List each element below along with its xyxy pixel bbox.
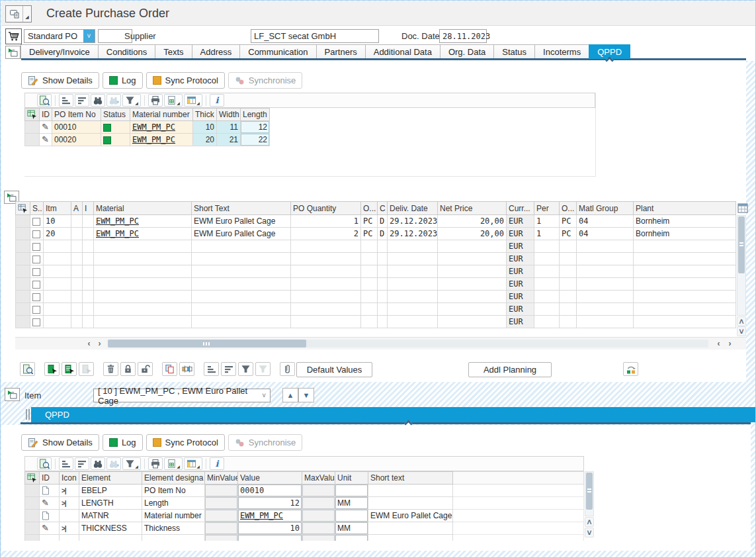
scroll-down-button[interactable]: ˅ (737, 326, 746, 336)
sync-protocol-button[interactable]: Sync Protocol (146, 434, 225, 451)
material-link[interactable]: EWM_PM_PC (240, 511, 283, 520)
synchronise-button[interactable]: Synchronise (228, 434, 303, 451)
tab-status[interactable]: Status (493, 44, 535, 59)
col-header-deliv-date[interactable]: Deliv. Date (388, 202, 438, 215)
horizontal-scrollbar-thumb[interactable] (108, 340, 306, 348)
col-header-status[interactable]: Status (101, 109, 130, 121)
row-select-checkbox[interactable] (32, 256, 40, 263)
choose-layout-icon[interactable]: ◢ (184, 457, 202, 470)
tab-additional-data[interactable]: Additional Data (365, 44, 441, 59)
attachment-icon[interactable] (280, 362, 295, 376)
item-tab-qppd[interactable]: QPPD (31, 407, 756, 422)
col-header-icon[interactable]: Icon (60, 472, 79, 485)
scroll-up-button[interactable]: ˄ (737, 316, 746, 326)
detail-select-all-header[interactable] (25, 472, 40, 485)
vertical-scrollbar-track[interactable] (737, 215, 746, 316)
col-header-matl-group[interactable]: Matl Group (577, 202, 634, 215)
material-link[interactable]: EWM_PM_PC (132, 135, 175, 144)
row-select-checkbox[interactable] (32, 281, 40, 289)
print-icon[interactable] (148, 457, 163, 470)
choose-layout-icon[interactable]: ◢ (184, 94, 202, 107)
exchange-icon[interactable] (623, 362, 638, 376)
order-type-dropdown-icon[interactable]: ˅ (83, 30, 95, 42)
next-item-button[interactable]: ▼ (298, 388, 314, 402)
deselect-all-icon[interactable] (79, 362, 94, 376)
show-details-button[interactable]: Show Details (21, 434, 99, 451)
col-header-opu[interactable]: O... (560, 202, 577, 215)
select-block-icon[interactable] (62, 362, 77, 376)
vertical-scrollbar-track[interactable] (585, 471, 594, 516)
tab-org-data[interactable]: Org. Data (440, 44, 494, 59)
show-details-button[interactable]: Show Details (21, 72, 99, 89)
find-icon[interactable] (91, 457, 105, 470)
col-header-s[interactable]: S.. (30, 202, 44, 215)
col-header-c[interactable]: C (378, 202, 388, 215)
col-header-i[interactable]: I (83, 202, 94, 215)
item-selector-dropdown[interactable]: [ 10 ] EWM_PM_PC , EWM Euro Pallet Cage … (93, 389, 271, 402)
scroll-right-button[interactable]: › (725, 339, 735, 348)
col-header-value[interactable]: Value (238, 472, 302, 485)
delete-icon[interactable] (103, 362, 118, 376)
overview-select-all-header[interactable] (16, 202, 30, 215)
col-header-per[interactable]: Per (534, 202, 560, 215)
col-header-width[interactable]: Width (217, 109, 241, 121)
sort-ascending-icon[interactable] (204, 362, 219, 376)
col-header-po-item-no[interactable]: PO Item No (52, 109, 101, 121)
sort-descending-icon[interactable] (75, 457, 89, 470)
find-icon[interactable] (91, 94, 105, 107)
doc-date-field[interactable]: 28.11.2023 (439, 29, 487, 43)
col-header-id[interactable]: ID (40, 472, 60, 485)
sort-ascending-icon[interactable] (59, 94, 73, 107)
tab-incoterms[interactable]: Incoterms (534, 44, 589, 59)
unlock-icon[interactable] (138, 362, 153, 376)
col-header-thick[interactable]: Thick (193, 109, 217, 121)
col-header-max-value[interactable]: MaxValue (302, 472, 335, 485)
col-header-po-quantity[interactable]: PO Quantity (291, 202, 361, 215)
alv-details-icon[interactable] (37, 457, 52, 470)
row-select-checkbox[interactable] (32, 243, 40, 251)
col-header-unit[interactable]: Unit (335, 472, 368, 485)
tab-communication[interactable]: Communication (239, 44, 316, 59)
filter-icon[interactable]: ◢ (122, 457, 141, 470)
col-header-min-value[interactable]: MinValue (205, 472, 238, 485)
col-header-element[interactable]: Element (79, 472, 142, 485)
find-next-icon[interactable] (106, 94, 121, 107)
sort-descending-icon[interactable] (221, 362, 236, 376)
tab-partners[interactable]: Partners (316, 44, 366, 59)
row-select-checkbox[interactable] (32, 318, 40, 326)
export-icon[interactable]: ◢ (164, 94, 183, 107)
default-values-button[interactable]: Default Values (296, 362, 372, 377)
material-link[interactable]: EWM_PM_PC (132, 122, 175, 132)
col-header-designation[interactable]: Element designa (142, 472, 205, 485)
scroll-left-button[interactable]: ‹ (84, 339, 94, 348)
grid-details-icon[interactable] (20, 362, 35, 376)
vertical-scrollbar-thumb[interactable] (738, 216, 745, 273)
row-select-checkbox[interactable] (32, 230, 40, 238)
order-type-select[interactable]: Standard PO ˅ (24, 29, 95, 43)
filter-icon[interactable] (238, 362, 253, 376)
col-header-curr[interactable]: Curr... (507, 202, 534, 215)
col-header-id[interactable]: ID (40, 109, 52, 121)
scroll-up-button[interactable]: ˄ (585, 517, 594, 527)
scroll-right-button[interactable]: › (95, 339, 105, 348)
col-header-plant[interactable]: Plant (634, 202, 736, 215)
col-header-a[interactable]: A (71, 202, 83, 215)
alv-details-icon[interactable] (37, 94, 52, 107)
row-select-checkbox[interactable] (32, 293, 40, 301)
scroll-down-button[interactable]: ˅ (585, 528, 594, 537)
col-header-material[interactable]: Material number (130, 109, 193, 121)
log-button[interactable]: Log (103, 434, 143, 451)
lock-icon[interactable] (120, 362, 136, 376)
tab-delivery-invoice[interactable]: Delivery/Invoice (21, 44, 99, 59)
cart-button[interactable] (5, 28, 22, 44)
vertical-scrollbar-thumb[interactable] (586, 473, 593, 510)
info-icon[interactable]: i (210, 94, 224, 107)
sort-descending-icon[interactable] (75, 94, 89, 107)
info-icon[interactable]: i (210, 457, 224, 470)
supplier-field[interactable]: LF_SCT secat GmbH (251, 29, 379, 43)
material-link[interactable]: EWM_PM_PC (96, 229, 139, 238)
find-next-icon[interactable] (106, 457, 121, 470)
row-select-checkbox[interactable] (32, 218, 40, 226)
row-select-checkbox[interactable] (32, 268, 40, 276)
synchronise-button[interactable]: Synchronise (228, 72, 303, 89)
